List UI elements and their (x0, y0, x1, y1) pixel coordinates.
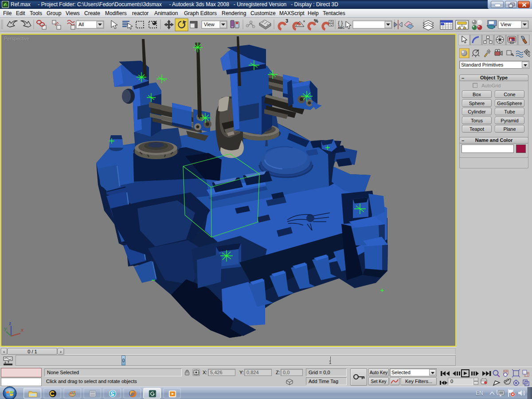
svg-text:%: % (314, 18, 318, 23)
svg-text:ABC: ABC (338, 26, 344, 29)
svg-text:x: x (21, 327, 24, 332)
svg-text:View: View (501, 22, 511, 27)
svg-text:y: y (4, 326, 7, 331)
svg-text:3: 3 (286, 18, 288, 23)
svg-text:z: z (9, 321, 12, 326)
svg-text:View: View (204, 22, 215, 27)
svg-text:All: All (78, 22, 84, 27)
svg-text:{ }: { } (338, 20, 343, 26)
